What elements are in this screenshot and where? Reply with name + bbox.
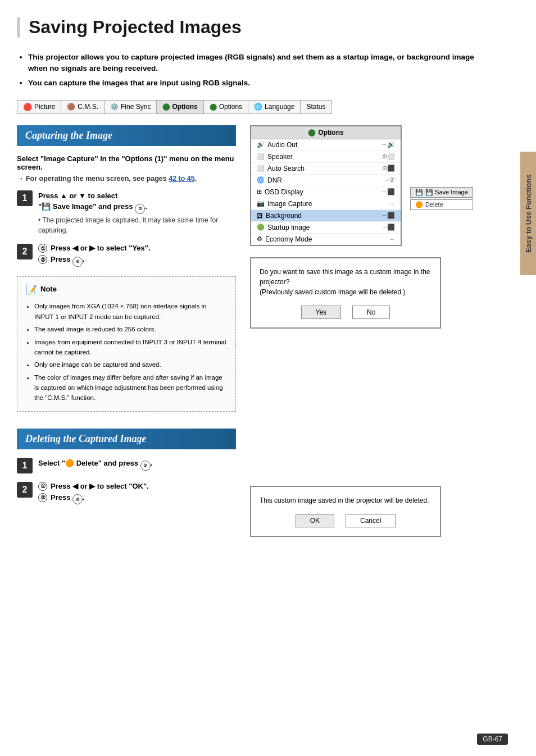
menu-options1[interactable]: ⬤ Options [157,101,203,113]
capture-step-2: 2 ① Press ◀ or ▶ to select "Yes". ② Pres… [17,244,236,268]
left-column: Capturing the Image Select "Image Captur… [17,125,236,548]
note-header: 📝 Note [26,283,227,297]
note-item-5: The color of images may differ before an… [34,372,227,403]
menu-finesync[interactable]: ⚙️ Fine Sync [105,101,157,113]
enter-icon-2: ⊙ [72,257,83,267]
intro-bullet-2: You can capture the images that are inpu… [28,78,489,89]
delete-step-2: 2 ① Press ◀ or ▶ to select "OK". ② Press… [17,482,236,506]
dnr-arrow: →② [383,176,395,184]
delete-label: Delete [425,201,443,208]
step-2-sub-2-text: Press ⊙. [51,255,85,266]
right-column: ⬤ Options 🔊 Audio Out →🔊 [250,125,489,548]
note-list: Only images from XGA (1024 × 768) non-in… [34,301,227,403]
sidebar-tab-label: Easy to Use Functions [524,174,533,252]
menu-finesync-label: Fine Sync [121,103,151,111]
capture-dialog-no[interactable]: No [352,306,390,319]
step-2-sub-1-text: Press ◀ or ▶ to select "Yes". [51,244,151,252]
capturing-header: Capturing the Image [17,125,236,146]
note-icon: 📝 [26,283,37,297]
enter-icon-4: ⊙ [72,494,83,504]
options-title-text: Options [318,129,343,136]
two-col-layout: Capturing the Image Select "Image Captur… [17,125,489,548]
capturing-section: Capturing the Image Select "Image Captur… [17,125,236,412]
startup-label: Startup Image [267,224,310,231]
page-title: Saving Projected Images [17,17,489,38]
background-arrow: →⬛ [381,212,395,219]
menu-cms[interactable]: 🟤 C.M.S. [61,101,105,113]
imagecapture-icon: 📷 [257,200,265,207]
deleting-header: Deleting the Captured Image [17,429,236,449]
economy-icon: ♻ [257,235,262,243]
finesync-icon: ⚙️ [110,103,119,111]
delete-icon: 🟠 [415,201,423,208]
osd-arrow: →⬛ [381,188,395,195]
options-row-audio: 🔊 Audio Out →🔊 [251,139,401,151]
menu-options2-label: Options [219,103,242,111]
deleting-section: Deleting the Captured Image 1 Select "🟠 … [17,429,236,506]
options2-icon: ⬤ [210,103,217,111]
speaker-arrow: ⊙⬜ [382,153,395,160]
capture-dialog-text: Do you want to save this image as a cust… [260,267,431,297]
delete-step-2-sub-1-text: Press ◀ or ▶ to select "OK". [51,482,149,490]
options-row-dnr: 🌀 DNR →② [251,175,401,186]
intro-bullet-1: This projector allows you to capture pro… [28,52,489,75]
delete-step-2-sub-2-text: Press ⊙. [51,493,85,504]
cms-icon: 🟤 [67,103,75,111]
capture-dialog-buttons: Yes No [260,306,431,319]
delete-step-1-content: Select "🟠 Delete" and press ⊙. [38,458,152,470]
picture-icon: 🔴 [23,103,32,111]
note-section: 📝 Note Only images from XGA (1024 × 768)… [17,276,236,412]
delete-circle-1: ① [38,482,47,491]
menu-picture[interactable]: 🔴 Picture [17,101,61,113]
options-menu-container: ⬤ Options 🔊 Audio Out →🔊 [250,125,489,246]
note-item-3: Images from equipment connected to INPUT… [34,337,227,358]
menu-language-label: Language [265,103,294,111]
autosearch-label: Auto Search [267,165,305,172]
background-icon: 🖼 [257,212,263,219]
enter-icon-3: ⊙ [140,461,151,471]
options-row-autosearch: ⬜ Auto Search ⊙⬛ [251,163,401,175]
delete-dialog-ok[interactable]: OK [296,514,334,527]
step-2-content: ① Press ◀ or ▶ to select "Yes". ② Press … [38,244,151,268]
note-item-2: The saved image is reduced to 256 colors… [34,324,227,334]
delete-step-1-number: 1 [17,458,33,473]
page-number: GB-67 [477,734,508,745]
menu-picture-label: Picture [34,103,55,111]
dnr-icon: 🌀 [257,176,265,184]
menu-status[interactable]: Status [301,101,331,113]
menu-options2[interactable]: ⬤ Options [204,101,248,113]
step-1-content: Press ▲ or ▼ to select "💾 Save Image" an… [38,190,236,236]
step-2-number: 2 [17,244,33,259]
delete-dialog-cancel[interactable]: Cancel [346,514,396,527]
delete-button[interactable]: 🟠 Delete [410,199,473,210]
delete-dialog-text: This custom image saved in the projector… [260,495,431,505]
save-delete-panel: 💾 💾 Save Image 🟠 Delete [410,187,473,210]
options-row-economy: ♻ Economy Mode → [251,234,401,245]
circle-2: ② [38,255,47,264]
background-label: Background [266,212,302,220]
options-title-icon: ⬤ [308,129,315,136]
delete-dialog-buttons: OK Cancel [260,514,431,527]
delete-step-2-sub-2: ② Press ⊙. [38,493,149,504]
economy-label: Economy Mode [265,235,312,243]
capture-step-1: 1 Press ▲ or ▼ to select "💾 Save Image" … [17,190,236,236]
options-menu-box: ⬤ Options 🔊 Audio Out →🔊 [250,125,402,246]
speaker-icon: ⬜ [257,153,265,160]
circle-1: ① [38,244,47,253]
menu-options1-label: Options [172,103,197,111]
delete-step-2-sub-1: ① Press ◀ or ▶ to select "OK". [38,482,149,491]
save-image-button[interactable]: 💾 💾 Save Image [410,187,473,198]
capturing-see-pages: → For operating the menu screen, see pag… [17,175,236,183]
options-row-imagecapture: 📷 Image Capture → [251,198,401,210]
capture-dialog-yes[interactable]: Yes [301,306,342,319]
audio-arrow: →🔊 [381,141,395,148]
autosearch-icon: ⬜ [257,165,265,172]
delete-step-1: 1 Select "🟠 Delete" and press ⊙. [17,458,236,473]
delete-dialog: This custom image saved in the projector… [250,486,441,537]
audio-label: Audio Out [267,141,297,149]
save-icon: 💾 [415,189,423,196]
options-row-osd: ⊞ OSD Display →⬛ [251,186,401,198]
options-menu-title: ⬤ Options [251,126,401,139]
save-image-label: 💾 Save Image [425,189,468,196]
menu-language[interactable]: 🌐 Language [248,101,301,113]
